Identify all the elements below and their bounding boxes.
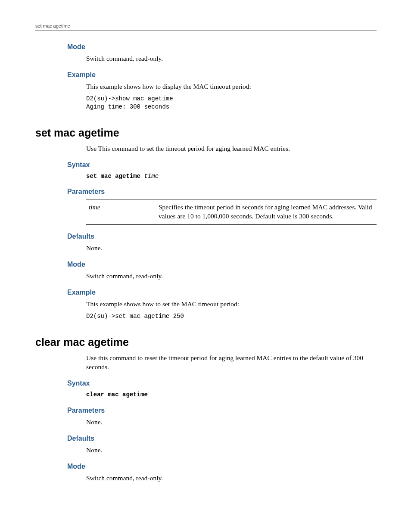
command-intro: Use This command to set the timeout peri… [86,144,377,153]
mode-text: Switch command, read-only. [86,54,377,63]
example-heading: Example [67,71,377,79]
param-name: time [86,199,156,225]
parameters-heading: Parameters [67,188,377,196]
syntax-code: set mac agetime time [86,172,377,180]
parameters-text: None. [86,418,377,427]
example-code: D2(su)->show mac agetime Aging time: 300… [86,95,377,111]
syntax-code: clear mac agetime [86,391,377,399]
syntax-cmd: clear mac agetime [86,391,148,398]
mode-heading: Mode [67,463,377,470]
defaults-heading: Defaults [67,233,377,240]
parameters-heading: Parameters [67,407,377,414]
defaults-text: None. [86,446,377,455]
mode-heading: Mode [67,43,377,51]
defaults-text: None. [86,244,377,253]
example-text: This example shows how to display the MA… [86,82,377,91]
syntax-heading: Syntax [67,380,377,387]
table-row: time Specifies the timeout period in sec… [86,199,377,225]
command-intro: Use this command to reset the timeout pe… [86,354,377,372]
defaults-heading: Defaults [67,435,377,442]
example-text: This example shows how to set the MAC ti… [86,300,377,309]
content-column: Mode Switch command, read-only. Example … [35,43,377,482]
syntax-heading: Syntax [67,161,377,169]
mode-text: Switch command, read-only. [86,474,377,483]
mode-heading: Mode [67,261,377,268]
command-title-set: set mac agetime [35,127,377,139]
page: set mac agetime Mode Switch command, rea… [0,0,411,532]
syntax-arg: time [144,173,159,180]
mode-text: Switch command, read-only. [86,272,377,281]
example-heading: Example [67,289,377,296]
running-header: set mac agetime [35,23,377,31]
example-code: D2(su)->set mac agetime 250 [86,312,377,320]
param-desc: Specifies the timeout period in seconds … [156,199,377,225]
parameters-table: time Specifies the timeout period in sec… [86,199,377,225]
command-title-clear: clear mac agetime [35,336,377,348]
syntax-cmd: set mac agetime [86,173,140,180]
